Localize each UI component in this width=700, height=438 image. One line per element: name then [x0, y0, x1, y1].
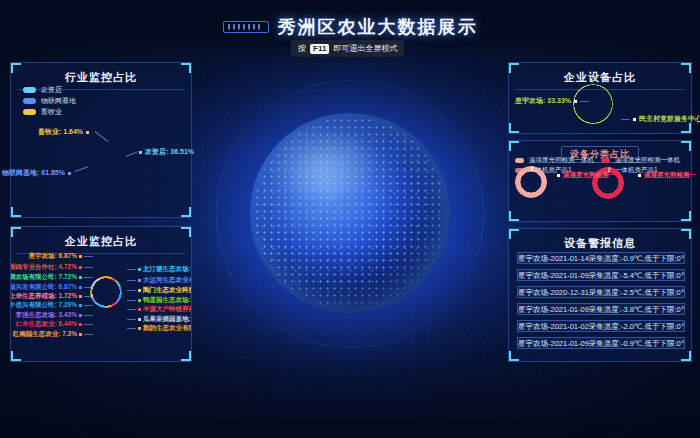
chart-label: 大运河生态农业有限责任公	[127, 276, 192, 285]
legend-swatch	[23, 87, 36, 93]
legend-label: 农资店	[41, 85, 62, 95]
tip-prefix: 按	[298, 43, 306, 54]
alarm-list: 星宇农场-2021-01-14采集温度:-0.9℃,低于下限:0℃ 星宇农场-2…	[517, 252, 685, 354]
industry-donut-chart[interactable]	[86, 139, 126, 179]
chart-label: 鹅韵生态农业有限公司: 6.87%	[127, 324, 192, 333]
chart-label: 星宇农场: 6.87%	[29, 252, 93, 261]
label-dot	[139, 151, 142, 154]
chart-label: 红梅园生态农业: 7.3%	[13, 330, 93, 339]
legend-item[interactable]: 温湿度光照检测一体机	[601, 156, 680, 165]
chart-label: 瓜果采摘园基地: 15.02%	[127, 315, 192, 324]
left-class-donut-chart[interactable]	[515, 166, 547, 198]
panel-title: 行业监控占比	[11, 63, 191, 85]
label-dot	[68, 172, 71, 175]
panel-industry-monitor-ratio: 行业监控占比 农资店 物联网基地 畜牧业 畜牧业: 1.64% 农资店: 36.…	[10, 62, 192, 218]
enterprise-donut-chart[interactable]	[90, 276, 122, 308]
label-dot	[86, 131, 89, 134]
chart-label: 上华生态养殖场: 1.72%	[10, 292, 93, 301]
tip-suffix: 即可退出全屏模式	[333, 43, 397, 54]
panel-title: 企业监控占比	[11, 227, 191, 249]
footer-band	[0, 422, 700, 438]
chart-label: 畜牧业: 1.64%	[38, 127, 89, 137]
header: 秀洲区农业大数据展示	[0, 15, 700, 39]
chart-label: 民主村党群服务中心:	[621, 114, 700, 124]
legend-swatch	[23, 98, 36, 104]
chart-label: 仁丰生态农业: 6.44%	[16, 320, 93, 329]
industry-legend: 农资店 物联网基地 畜牧业	[23, 85, 76, 118]
alarm-row[interactable]: 星宇农场-2021-01-09采集温度:-0.9℃,低于下限:0℃	[517, 337, 685, 349]
page-title: 秀洲区农业大数据展示	[278, 15, 478, 39]
label-connector	[75, 166, 88, 172]
panel-enterprise-device-ratio: 企业设备占比 星宇农场: 33.33% 民主村党群服务中心:	[508, 62, 692, 134]
label-dot	[638, 174, 641, 177]
panel-device-classification-ratio: 设备分类占比 温湿度光照检测一体机 一体机类产品1 温湿度光照检测一体机 一体机…	[508, 140, 692, 222]
panel-title: 设备警报信息	[509, 229, 691, 251]
alarm-row[interactable]: 星宇农场-2021-01-09采集温度:-5.4℃,低于下限:0℃	[517, 269, 685, 281]
chart-label: 北汀塘生态农场: 11.56%	[127, 265, 192, 274]
chart-label: 物联网基地: 61.85%	[2, 168, 71, 178]
label-connector	[126, 151, 138, 157]
chart-label: 农资店: 36.51%	[139, 147, 194, 157]
chart-label: 星宇农场: 33.33%	[515, 96, 589, 106]
fullscreen-tip: 按 F11 即可退出全屏模式	[291, 40, 404, 57]
legend-swatch	[23, 109, 36, 115]
dashboard: 秀洲区农业大数据展示 按 F11 即可退出全屏模式 行业监控占比 农资店 物联网…	[0, 0, 700, 438]
panel-enterprise-monitor-ratio: 企业监控占比 星宇农场: 6.87% 嘉兴雨鸽专业合作社: 4.72% 家腾农场…	[10, 226, 192, 362]
label-dot	[574, 100, 577, 103]
legend-label: 物联网基地	[41, 96, 76, 106]
alarm-row[interactable]: 星宇农场-2020-12-31采集温度:-2.5℃,低于下限:0℃	[517, 286, 685, 298]
chart-label: 李强生态农场: 3.43%	[16, 311, 93, 320]
legend-item[interactable]: 物联网基地	[23, 96, 76, 106]
legend-item[interactable]: 温湿度光照检测一体机	[515, 156, 594, 165]
chart-label: 温湿度光照检测一	[638, 171, 696, 180]
label-dot	[557, 174, 560, 177]
chart-label: 鸭蛋园生态农场: 4.29	[127, 296, 192, 305]
globe-visualization	[250, 113, 450, 313]
legend-label: 温湿度光照检测一体机	[529, 156, 594, 165]
chart-label: 国兴发有限公司: 6.87%	[10, 283, 93, 292]
legend-label: 畜牧业	[41, 107, 62, 117]
chart-label: 中信兴有限公司: 7.29%	[10, 301, 93, 310]
legend-swatch	[601, 158, 610, 163]
chart-label: 陶门生态农业科技有限公	[127, 286, 192, 295]
panel-device-alarm-info: 设备警报信息 星宇农场-2021-01-14采集温度:-0.9℃,低于下限:0℃…	[508, 228, 692, 362]
chart-label: 家腾农场有限公司: 7.72%	[10, 273, 93, 282]
label-dot	[633, 118, 636, 121]
globe-highlight	[268, 125, 378, 205]
alarm-row[interactable]: 星宇农场-2021-01-02采集温度:-2.0℃,低于下限:0℃	[517, 320, 685, 332]
chart-label: 温湿度光照检测一	[557, 171, 615, 180]
legend-swatch	[515, 158, 524, 163]
f11-keycap: F11	[310, 44, 329, 54]
alarm-row[interactable]: 星宇农场-2021-01-14采集温度:-0.9℃,低于下限:0℃	[517, 252, 685, 264]
brand-logo-icon	[223, 21, 269, 33]
legend-label: 温湿度光照检测一体机	[615, 156, 680, 165]
legend-item[interactable]: 畜牧业	[23, 107, 76, 117]
chart-label: 丰源大户种植养殖场: 1.	[127, 305, 192, 314]
chart-label: 嘉兴雨鸽专业合作社: 4.72%	[10, 263, 93, 272]
alarm-row[interactable]: 星宇农场-2021-01-09采集温度:-3.8℃,低于下限:0℃	[517, 303, 685, 315]
panel-title: 企业设备占比	[509, 63, 691, 85]
legend-item[interactable]: 农资店	[23, 85, 76, 95]
